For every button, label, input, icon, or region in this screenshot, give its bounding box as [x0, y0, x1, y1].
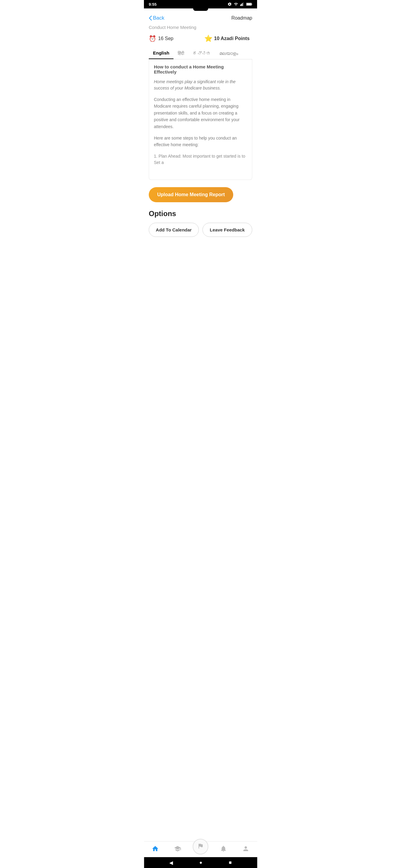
svg-rect-5 — [247, 3, 251, 5]
meta-points: ⭐ 10 Azadi Points — [197, 35, 253, 42]
content-title: How to conduct a Home Meeting Effectivel… — [154, 64, 247, 74]
status-bar: 9:55 — [144, 0, 257, 8]
tab-malayalam[interactable]: മലയാളം — [215, 47, 242, 59]
content-step1: 1. Plan Ahead: Most important to get sta… — [154, 153, 247, 166]
header: Back Roadmap — [144, 11, 257, 24]
svg-rect-1 — [241, 4, 242, 6]
status-icons — [228, 2, 252, 6]
points-value: 10 Azadi Points — [214, 36, 250, 41]
status-time: 9:55 — [149, 2, 156, 7]
options-section: Options Add To Calendar Leave Feedback — [144, 207, 257, 242]
wifi-icon — [233, 2, 238, 6]
star-icon: ⭐ — [204, 35, 212, 42]
date-value: 16 Sep — [158, 36, 173, 41]
options-title: Options — [149, 210, 252, 218]
upload-button[interactable]: Upload Home Meeting Report — [149, 187, 233, 202]
chevron-left-icon — [149, 16, 152, 21]
tab-hindi[interactable]: हिंदी — [173, 47, 188, 59]
svg-rect-0 — [240, 4, 241, 6]
roadmap-button[interactable]: Roadmap — [231, 16, 252, 21]
svg-rect-2 — [242, 3, 242, 6]
signal-icon — [240, 2, 245, 6]
options-row: Add To Calendar Leave Feedback — [149, 223, 252, 237]
alarm-icon: ⏰ — [149, 35, 156, 42]
page-title: Conduct Home Meeting — [144, 24, 257, 33]
meta-date: ⏰ 16 Sep — [149, 35, 197, 42]
notch-bar — [144, 8, 257, 11]
content-box: How to conduct a Home Meeting Effectivel… — [149, 59, 252, 180]
back-label: Back — [153, 15, 165, 21]
roadmap-label: Roadmap — [231, 16, 252, 21]
tab-english[interactable]: English — [149, 47, 173, 59]
notch — [193, 8, 208, 11]
tab-kannada[interactable]: ಕನ್ನಡ — [188, 47, 215, 59]
content-steps-intro: Here are some steps to help you conduct … — [154, 135, 247, 148]
back-button[interactable]: Back — [149, 15, 165, 21]
content-subtitle: Home meetings play a significant role in… — [154, 79, 247, 91]
leave-feedback-button[interactable]: Leave Feedback — [202, 223, 253, 237]
gear-icon — [228, 2, 232, 6]
language-tabs: English हिंदी ಕನ್ನಡ മലയാളം — [149, 47, 252, 59]
upload-section: Upload Home Meeting Report — [144, 180, 257, 207]
battery-icon — [246, 2, 252, 6]
add-to-calendar-button[interactable]: Add To Calendar — [149, 223, 199, 237]
meta-row: ⏰ 16 Sep ⭐ 10 Azadi Points — [144, 33, 257, 47]
content-para1: Conducting an effective home meeting in … — [154, 96, 247, 130]
svg-rect-3 — [243, 2, 244, 6]
